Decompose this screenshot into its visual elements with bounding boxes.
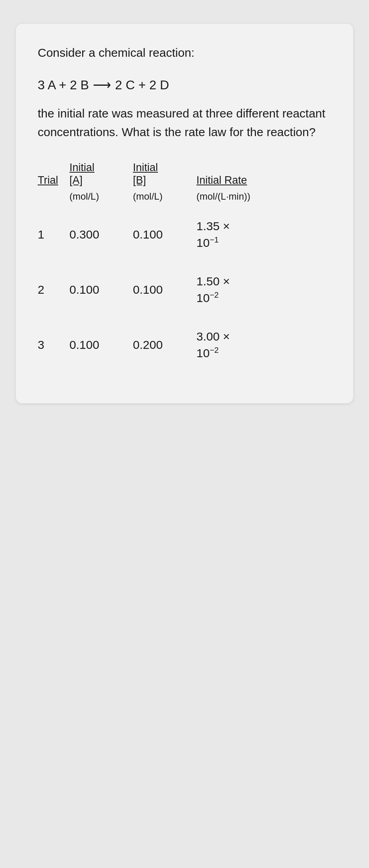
trial-2-conc-b: 0.100 — [133, 283, 196, 296]
header-col-a-line2: [A] — [69, 174, 133, 187]
table-row: 3 0.100 0.200 3.00 × 10−2 — [38, 328, 331, 362]
header-col-b: Initial [B] — [133, 161, 196, 187]
units-row: (mol/L) (mol/L) (mol/(L·min)) — [38, 191, 331, 202]
main-card: Consider a chemical reaction: 3 A + 2 B … — [16, 24, 353, 403]
trial-1-number: 1 — [38, 228, 69, 241]
table-header-row: Trial Initial [A] Initial [B] Initial Ra… — [38, 161, 331, 187]
trial-2-rate-line2: 10−2 — [196, 290, 331, 306]
reaction-equation: 3 A + 2 B ⟶ 2 C + 2 D — [38, 77, 331, 92]
equation-left: 3 A + 2 B — [38, 78, 89, 92]
trial-1-conc-a: 0.300 — [69, 228, 133, 241]
trial-3-rate-line1: 3.00 × — [196, 328, 331, 345]
unit-trial — [38, 191, 69, 202]
trial-1-rate-line1: 1.35 × — [196, 218, 331, 235]
description-text: the initial rate was measured at three d… — [38, 104, 331, 141]
trial-3-number: 3 — [38, 338, 69, 352]
trial-1-rate-line2: 10−1 — [196, 235, 331, 251]
trial-3-rate: 3.00 × 10−2 — [196, 328, 331, 362]
trial-2-conc-a: 0.100 — [69, 283, 133, 296]
table-row: 1 0.300 0.100 1.35 × 10−1 — [38, 218, 331, 251]
trial-1-rate: 1.35 × 10−1 — [196, 218, 331, 251]
unit-col-b: (mol/L) — [133, 191, 196, 202]
equation-right: 2 C + 2 D — [115, 78, 169, 92]
header-col-b-line2: [B] — [133, 174, 196, 187]
unit-rate: (mol/(L·min)) — [196, 191, 331, 202]
trial-3-conc-a: 0.100 — [69, 338, 133, 352]
trial-2-number: 2 — [38, 283, 69, 296]
trial-2-rate: 1.50 × 10−2 — [196, 273, 331, 306]
unit-col-a: (mol/L) — [69, 191, 133, 202]
header-trial: Trial — [38, 174, 69, 187]
trial-3-rate-line2: 10−2 — [196, 345, 331, 362]
reaction-arrow: ⟶ — [93, 77, 111, 92]
data-table: Trial Initial [A] Initial [B] Initial Ra… — [38, 161, 331, 362]
header-col-a-line1: Initial — [69, 161, 133, 174]
intro-text: Consider a chemical reaction: — [38, 44, 331, 62]
header-rate: Initial Rate — [196, 174, 331, 187]
trial-3-conc-b: 0.200 — [133, 338, 196, 352]
trial-1-conc-b: 0.100 — [133, 228, 196, 241]
trial-2-rate-line1: 1.50 × — [196, 273, 331, 290]
header-col-b-line1: Initial — [133, 161, 196, 174]
table-row: 2 0.100 0.100 1.50 × 10−2 — [38, 273, 331, 306]
header-col-a: Initial [A] — [69, 161, 133, 187]
